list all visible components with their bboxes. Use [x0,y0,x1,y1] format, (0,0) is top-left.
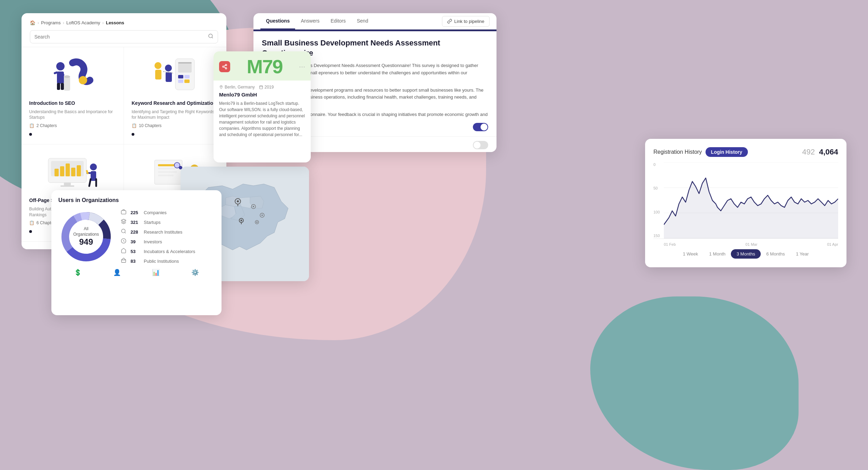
users-orgs-panel: Users in Organizations All [51,190,222,315]
investors-icon [121,238,128,245]
lesson-desc-1: Understanding the Basics and Importance … [29,109,116,121]
progress-dot-2 [132,133,134,136]
public-label: Public Institutions [144,259,179,264]
y-label-150: 150 [653,234,660,238]
org-meta: Berlin, Germany 2019 [214,81,311,92]
lesson-meta-1: 📋 2 Chapters [29,123,116,128]
incubators-icon [121,248,128,255]
icon-person: 👤 [113,269,121,276]
lesson-illustration-1 [29,54,116,96]
toggle-knob-2 [474,142,481,149]
donut-label: All Organizations 949 [73,226,99,247]
svg-rect-20 [166,72,172,82]
toggle-switch-1[interactable] [473,123,488,131]
icon-chart: 📊 [152,269,160,276]
lesson-illustration-2 [132,54,219,96]
org-name: Menlo79 GmbH [214,92,311,100]
breadcrumb-lessons: Lessons [106,20,124,25]
blob-teal2-bg [590,296,799,470]
link-pipeline-button[interactable]: Link to pipeline [442,16,490,27]
svg-point-63 [241,220,242,221]
svg-rect-15 [178,79,183,83]
icon-gear: ⚙️ [191,269,199,276]
org-stats-list: 225 Companies 321 Startups 228 Research … [121,209,215,265]
x-label-feb: 01 Feb [664,242,676,246]
login-header-left: Registration History Login History [653,147,748,157]
org-card-panel: M79 ⋯ Berlin, Germany 2019 Menlo79 GmbH … [214,51,311,162]
research-icon [121,228,128,235]
svg-point-67 [261,215,263,216]
tab-list: Questions Answers Editors Send [260,13,374,29]
svg-rect-2 [57,72,64,84]
donut-label-num: 949 [73,237,99,247]
org-desc: Menlo79 is a Berlin-based LogTech startu… [214,100,311,142]
org-more-button[interactable]: ⋯ [299,63,305,70]
login-history-tab[interactable]: Login History [706,147,748,157]
toggle-switch-2[interactable] [473,141,488,149]
donut-label-top: All [73,226,99,232]
tab-send[interactable]: Send [351,13,374,30]
x-label-mar: 01 Mar [745,242,757,246]
svg-rect-11 [178,63,192,73]
org-share-icon[interactable] [219,61,230,72]
chart-svg-wrap [664,162,838,238]
org-stat-companies: 225 Companies [121,209,215,216]
stat-dim: 492 [802,148,815,157]
svg-point-43 [225,64,227,66]
svg-rect-24 [60,166,64,176]
y-label-0: 0 [653,162,660,167]
users-orgs-title: Users in Organizations [58,197,215,203]
y-label-100: 100 [653,210,660,214]
svg-rect-6 [61,83,64,90]
svg-rect-47 [259,86,262,89]
chart-x-labels: 01 Feb 01 Mar 01 Apr [653,242,838,246]
svg-rect-16 [184,79,190,83]
x-label-apr: 01 Apr [827,242,838,246]
filter-1week[interactable]: 1 Week [677,249,704,259]
org-stat-investors: 39 Investors [121,238,215,245]
breadcrumb-programs[interactable]: Programs [41,20,60,25]
chapters-icon-1: 📋 [29,123,34,128]
breadcrumb-academy[interactable]: LoftOS Academy [66,20,100,25]
line-chart: 150 100 50 0 [653,162,838,239]
svg-rect-55 [121,211,126,214]
filter-1year[interactable]: 1 Year [790,249,814,259]
search-icon [208,33,214,40]
filter-1month[interactable]: 1 Month [704,249,731,259]
search-input[interactable] [34,34,205,40]
y-label-50: 50 [653,186,660,190]
home-icon[interactable]: 🏠 [30,20,35,25]
time-filters: 1 Week 1 Month 3 Months 6 Months 1 Year [653,249,838,259]
registration-history-label[interactable]: Registration History [653,149,702,155]
lesson-card-2[interactable]: Keyword Research and Optimization Identi… [124,47,226,144]
filter-3months[interactable]: 3 Months [731,249,760,259]
lesson-title-2: Keyword Research and Optimization [132,100,219,107]
svg-rect-38 [158,175,174,176]
calendar-icon [259,85,263,89]
tab-editors[interactable]: Editors [325,13,351,30]
svg-point-17 [155,62,161,69]
svg-point-30 [90,163,97,170]
breadcrumb: 🏠 › Programs › LoftOS Academy › Lessons [30,20,218,25]
lesson-card-1[interactable]: Introduction to SEO Understanding the Ba… [22,47,124,144]
svg-point-61 [237,200,239,202]
org-founded: 2019 [265,85,274,90]
svg-point-69 [256,221,258,223]
companies-count: 225 [131,210,141,215]
icon-dollar: 💲 [74,269,82,276]
progress-dot-1 [29,133,32,136]
incubators-count: 53 [131,249,141,254]
filter-6months[interactable]: 6 Months [761,249,790,259]
svg-point-0 [209,34,212,38]
svg-point-45 [225,68,227,69]
chapters-icon-2: 📋 [132,123,137,128]
tab-answers[interactable]: Answers [295,13,325,30]
link-pipeline-label: Link to pipeline [454,19,484,24]
startups-count: 321 [131,220,141,225]
org-stat-incubators: 53 Incubators & Accelerators [121,248,215,255]
tab-questions[interactable]: Questions [260,13,295,30]
public-icon [121,258,128,265]
lesson-desc-2: Identifying and Targeting the Right Keyw… [132,109,219,121]
svg-rect-8 [64,77,70,91]
org-stat-research: 228 Research Institutes [121,228,215,235]
